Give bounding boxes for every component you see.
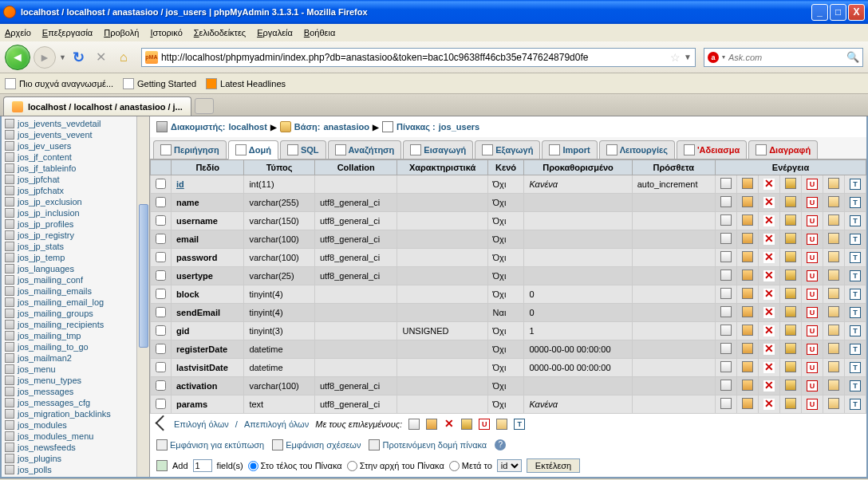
- reload-button[interactable]: ↻: [69, 48, 89, 67]
- sidebar-table-jos_menu_types[interactable]: jos_menu_types: [2, 375, 149, 386]
- action-index-icon[interactable]: [828, 380, 839, 391]
- tab-insert[interactable]: Εισαγωγή: [403, 140, 473, 159]
- action-index-icon[interactable]: [828, 233, 839, 244]
- action-unique-icon[interactable]: U: [807, 215, 818, 226]
- print-view-link[interactable]: Εμφάνιση για εκτύπωση: [156, 439, 264, 450]
- action-unique-icon[interactable]: U: [807, 197, 818, 208]
- action-primary-icon[interactable]: [785, 196, 796, 207]
- home-button[interactable]: ⌂: [114, 48, 133, 67]
- action-unique-icon[interactable]: U: [807, 270, 818, 281]
- sidebar-table-jos_jpfchatx[interactable]: jos_jpfchatx: [2, 185, 149, 196]
- add-count-input[interactable]: [193, 459, 212, 472]
- action-fulltext-icon[interactable]: T: [850, 252, 861, 263]
- row-checkbox[interactable]: [156, 344, 166, 354]
- sidebar-table-jos_jevents_vevdetail[interactable]: jos_jevents_vevdetail: [2, 118, 149, 129]
- action-browse-icon[interactable]: [720, 178, 732, 189]
- row-checkbox[interactable]: [156, 399, 166, 409]
- maximize-button[interactable]: □: [830, 4, 846, 21]
- uncheck-all-link[interactable]: Απεπιλογή όλων: [244, 419, 309, 429]
- action-unique-icon[interactable]: U: [807, 380, 818, 391]
- action-browse-icon[interactable]: [720, 288, 732, 299]
- bookmark-star-icon[interactable]: ☆: [670, 51, 681, 64]
- action-drop-icon[interactable]: ✕: [444, 419, 455, 430]
- menu-Βοήθεια[interactable]: Βοήθεια: [304, 28, 335, 37]
- action-edit-icon[interactable]: [742, 306, 753, 317]
- row-checkbox[interactable]: [156, 380, 166, 391]
- action-edit-icon[interactable]: [742, 380, 753, 391]
- action-fulltext-icon[interactable]: T: [850, 380, 861, 391]
- action-unique-icon[interactable]: U: [807, 362, 818, 373]
- action-unique-icon[interactable]: U: [807, 307, 818, 318]
- ask-engine-icon[interactable]: a: [708, 52, 719, 63]
- action-primary-icon[interactable]: [785, 398, 796, 409]
- tab-operations[interactable]: Λειτουργίες: [599, 140, 675, 159]
- action-fulltext-icon[interactable]: T: [850, 234, 861, 245]
- history-dropdown-icon[interactable]: ▼: [59, 53, 66, 61]
- row-checkbox[interactable]: [156, 362, 166, 372]
- action-fulltext-icon[interactable]: T: [850, 325, 861, 336]
- tab-sql[interactable]: SQL: [280, 140, 326, 159]
- sidebar-table-jos_newsfeeds[interactable]: jos_newsfeeds: [2, 442, 149, 453]
- radio-at-begin-input[interactable]: [347, 461, 357, 471]
- action-primary-icon[interactable]: [785, 270, 796, 281]
- action-index-icon[interactable]: [828, 251, 839, 262]
- action-index-icon[interactable]: [828, 270, 839, 281]
- action-edit-icon[interactable]: [742, 325, 753, 336]
- action-index-icon[interactable]: [828, 214, 839, 226]
- action-edit-icon[interactable]: [426, 419, 437, 430]
- action-primary-icon[interactable]: [785, 214, 796, 226]
- action-unique-icon[interactable]: U: [807, 252, 818, 263]
- action-index-icon[interactable]: [828, 288, 839, 299]
- radio-at-end-input[interactable]: [248, 461, 258, 471]
- action-drop-icon[interactable]: ✕: [763, 344, 775, 355]
- action-primary-icon[interactable]: [785, 325, 796, 336]
- action-drop-icon[interactable]: ✕: [763, 307, 775, 318]
- sidebar-table-jos_jf_content[interactable]: jos_jf_content: [2, 151, 149, 163]
- breadcrumb-table[interactable]: jos_users: [439, 122, 479, 132]
- sidebar-table-jos_jp_registry[interactable]: jos_jp_registry: [2, 230, 149, 241]
- sidebar-table-jos_plugins[interactable]: jos_plugins: [2, 453, 149, 464]
- action-edit-icon[interactable]: [742, 288, 753, 299]
- tab-search[interactable]: Αναζήτηση: [328, 140, 402, 159]
- action-edit-icon[interactable]: [742, 251, 753, 262]
- action-edit-icon[interactable]: [742, 270, 753, 281]
- menu-Προβολή[interactable]: Προβολή: [104, 28, 139, 37]
- propose-structure-link[interactable]: Προτεινόμενη δομή πίνακα: [369, 439, 487, 450]
- stop-button[interactable]: ✕: [92, 48, 111, 67]
- url-dropdown-icon[interactable]: ▼: [684, 53, 692, 61]
- menu-Επεξεργασία[interactable]: Επεξεργασία: [42, 28, 93, 37]
- url-input[interactable]: [161, 52, 667, 63]
- sidebar-table-jos_mailing_conf[interactable]: jos_mailing_conf: [2, 274, 149, 285]
- action-fulltext-icon[interactable]: T: [850, 307, 861, 318]
- action-primary-icon[interactable]: [785, 233, 796, 244]
- action-browse-icon[interactable]: [720, 270, 732, 281]
- radio-after[interactable]: Μετά το: [449, 461, 492, 471]
- action-unique-icon[interactable]: U: [479, 419, 490, 430]
- action-index-icon[interactable]: [828, 178, 839, 189]
- check-all-link[interactable]: Επιλογή όλων: [174, 419, 229, 429]
- action-index-icon[interactable]: [828, 325, 839, 336]
- sidebar-table-jos_jev_users[interactable]: jos_jev_users: [2, 140, 149, 151]
- search-input[interactable]: [728, 53, 846, 62]
- bookmark-latest-headlines[interactable]: Latest Headlines: [206, 78, 286, 89]
- bookmark-most-visited[interactable]: Πιο συχνά αναγνωσμέ...: [5, 78, 113, 89]
- action-primary-icon[interactable]: [785, 361, 796, 372]
- breadcrumb-server[interactable]: localhost: [229, 122, 267, 132]
- sidebar-table-jos_jpfchat[interactable]: jos_jpfchat: [2, 174, 149, 185]
- action-primary-icon[interactable]: [461, 419, 472, 430]
- action-edit-icon[interactable]: [742, 361, 753, 372]
- row-checkbox[interactable]: [156, 289, 166, 299]
- help-icon[interactable]: ?: [495, 439, 506, 450]
- action-browse-icon[interactable]: [720, 361, 732, 372]
- action-edit-icon[interactable]: [742, 343, 753, 354]
- action-browse-icon[interactable]: [720, 325, 732, 336]
- sidebar-table-jos_languages[interactable]: jos_languages: [2, 263, 149, 274]
- row-checkbox[interactable]: [156, 215, 166, 226]
- row-checkbox[interactable]: [156, 197, 166, 207]
- sidebar-table-jos_modules[interactable]: jos_modules: [2, 419, 149, 431]
- action-browse-icon[interactable]: [720, 196, 732, 207]
- action-index-icon[interactable]: [828, 196, 839, 207]
- sidebar-table-jos_jp_profiles[interactable]: jos_jp_profiles: [2, 218, 149, 230]
- row-checkbox[interactable]: [156, 270, 166, 281]
- breadcrumb-database[interactable]: anastasioo: [323, 122, 369, 132]
